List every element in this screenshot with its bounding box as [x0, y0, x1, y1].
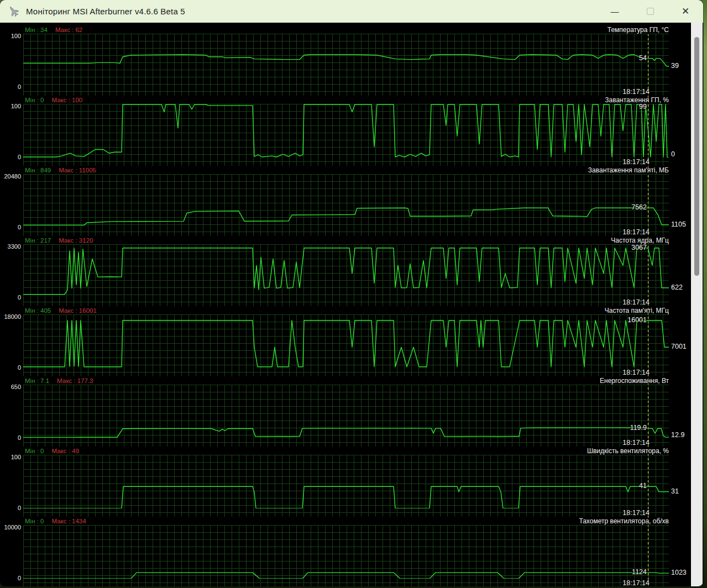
graph-line-canvas: [23, 104, 669, 158]
axis-min-label: 0: [0, 224, 21, 230]
cursor-value-label: 1124: [632, 568, 647, 576]
monitor-panel: Мін : 849Макс : 11005 Завантаження пам'я…: [0, 166, 703, 236]
minmax-readout: Мін : 0Макс : 49: [25, 448, 79, 454]
minmax-readout: Мін : 0Макс : 1434: [25, 518, 86, 524]
axis-min-label: 0: [0, 294, 21, 301]
cursor-value-label: 3067: [631, 244, 647, 251]
maximize-button[interactable]: [632, 0, 668, 23]
max-value: Макс : 100: [51, 97, 82, 103]
panel-title: Енергоспоживання, Вт: [600, 377, 669, 385]
max-value: Макс : 49: [51, 448, 78, 454]
minmax-readout: Мін : 7.1Макс : 177.3: [25, 377, 93, 384]
afterburner-monitor-window: Моніторинг MSI Afterburner v4.6.6 Beta 5…: [0, 0, 703, 586]
monitor-graph-area: Мін : 34Макс : 62 Температура ГП, °C 100…: [0, 23, 703, 586]
cursor-timestamp: 18:17:14: [622, 228, 650, 236]
title-bar: Моніторинг MSI Afterburner v4.6.6 Beta 5…: [0, 0, 703, 23]
cursor-value-label: 41: [639, 482, 647, 490]
axis-min-label: 0: [0, 83, 21, 90]
panel-header: Мін : 0Макс : 100 Завантаження ГП, %: [0, 96, 703, 104]
scrollbar-thumb[interactable]: [694, 37, 699, 276]
panel-header: Мін : 7.1Макс : 177.3 Енергоспоживання, …: [0, 376, 703, 385]
graph-line-canvas: [23, 174, 669, 228]
monitor-panel: Мін : 405Макс : 16001 Частота пам'яті, М…: [0, 306, 703, 376]
chart-zone: 54 39 18:17:14: [23, 34, 669, 96]
max-value: Макс : 11005: [59, 167, 96, 174]
panel-header: Мін : 405Макс : 16001 Частота пам'яті, М…: [0, 306, 703, 314]
cursor-value-label: 99: [639, 103, 647, 111]
panel-header: Мін : 849Макс : 11005 Завантаження пам'я…: [0, 166, 703, 174]
panel-title: Завантаження ГП, %: [605, 96, 669, 104]
latest-value-label: 39: [671, 62, 679, 70]
cursor-timestamp: 18:17:14: [622, 88, 650, 96]
jet-icon: [7, 5, 20, 18]
graph-line-canvas: [23, 244, 669, 298]
cursor-timestamp: 18:17:14: [622, 579, 650, 586]
cursor-value-label: 16001: [627, 316, 647, 324]
cursor-timestamp: 18:17:14: [622, 509, 650, 517]
axis-min-label: 0: [0, 575, 21, 581]
cursor-timestamp: 18:17:14: [622, 158, 650, 166]
latest-value-label: 7001: [671, 343, 687, 350]
axis-max-label: 100: [0, 103, 21, 109]
min-value: Мін : 7.1: [25, 377, 49, 384]
latest-value-label: 622: [671, 284, 683, 291]
panel-title: Тахометр вентилятора, об/хв: [579, 517, 669, 525]
monitor-panel: Мін : 0Макс : 100 Завантаження ГП, % 100…: [0, 96, 703, 166]
latest-value-label: 0: [671, 150, 675, 158]
chart-zone: 3067 622 18:17:14: [23, 244, 669, 306]
min-value: Мін : 849: [25, 167, 51, 174]
panel-header: Мін : 217Макс : 3120 Частота ядра, МГц: [0, 236, 703, 244]
latest-value-label: 12.9: [671, 431, 684, 439]
vertical-scrollbar[interactable]: [691, 23, 703, 586]
graph-line-canvas: [23, 314, 669, 368]
axis-max-label: 650: [0, 384, 21, 390]
min-value: Мін : 34: [25, 27, 48, 33]
min-value: Мін : 217: [25, 237, 51, 244]
window-title: Моніторинг MSI Afterburner v4.6.6 Beta 5: [26, 7, 185, 16]
minmax-readout: Мін : 34Макс : 62: [25, 27, 82, 33]
panel-title: Швидкість вентилятора, %: [587, 447, 669, 455]
minmax-readout: Мін : 405Макс : 16001: [25, 307, 97, 314]
panel-title: Частота ядра, МГц: [611, 237, 669, 244]
monitor-panel: Мін : 0Макс : 1434 Тахометр вентилятора,…: [0, 517, 703, 586]
max-value: Макс : 3120: [59, 237, 93, 244]
close-button[interactable]: ✕: [668, 0, 703, 23]
axis-max-label: 100: [0, 454, 21, 460]
maximize-box-icon: [647, 8, 654, 15]
graph-panels: Мін : 34Макс : 62 Температура ГП, °C 100…: [0, 25, 703, 586]
latest-value-label: 1023: [671, 569, 687, 576]
minimize-button[interactable]: —: [597, 0, 632, 23]
monitor-panel: Мін : 0Макс : 49 Швидкість вентилятора, …: [0, 447, 703, 517]
panel-header: Мін : 0Макс : 49 Швидкість вентилятора, …: [0, 447, 703, 455]
cursor-timestamp: 18:17:14: [622, 298, 650, 306]
chart-zone: 1124 1023 18:17:14: [23, 525, 669, 586]
axis-max-label: 3300: [0, 243, 21, 250]
min-value: Мін : 405: [25, 307, 51, 314]
minmax-readout: Мін : 0Макс : 100: [25, 97, 82, 103]
panel-title: Частота пам'яті, МГц: [605, 307, 669, 314]
graph-line-canvas: [23, 34, 669, 87]
panel-header: Мін : 34Макс : 62 Температура ГП, °C: [0, 25, 703, 34]
cursor-value-label: 119.9: [630, 424, 647, 432]
latest-value-label: 1105: [671, 221, 686, 228]
cursor-value-label: 7562: [631, 203, 647, 211]
panel-header: Мін : 0Макс : 1434 Тахометр вентилятора,…: [0, 517, 703, 525]
monitor-panel: Мін : 7.1Макс : 177.3 Енергоспоживання, …: [0, 376, 703, 447]
axis-max-label: 10000: [0, 524, 21, 531]
axis-min-label: 0: [0, 364, 21, 371]
monitor-panel: Мін : 217Макс : 3120 Частота ядра, МГц 3…: [0, 236, 703, 306]
min-value: Мін : 0: [25, 97, 44, 103]
graph-line-canvas: [23, 385, 669, 438]
axis-min-label: 0: [0, 154, 21, 160]
max-value: Макс : 177.3: [57, 377, 93, 384]
panel-title: Температура ГП, °C: [608, 26, 669, 34]
cursor-value-label: 54: [639, 54, 647, 62]
latest-value-label: 31: [671, 487, 679, 495]
monitor-panel: Мін : 34Макс : 62 Температура ГП, °C 100…: [0, 25, 703, 96]
cursor-timestamp: 18:17:14: [622, 369, 650, 376]
chart-zone: 41 31 18:17:14: [23, 455, 669, 517]
window-controls: — ✕: [597, 0, 703, 23]
max-value: Макс : 1434: [51, 518, 86, 524]
chart-zone: 119.9 12.9 18:17:14: [23, 385, 669, 447]
graph-line-canvas: [23, 455, 669, 508]
